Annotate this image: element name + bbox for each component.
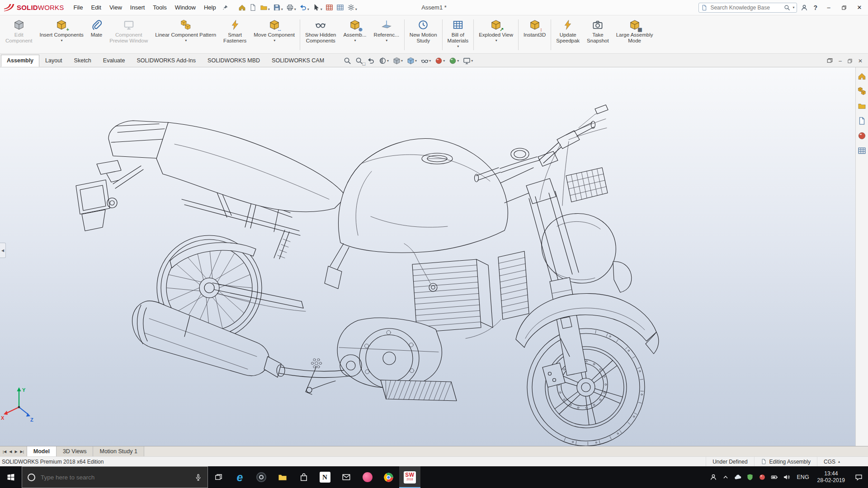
pin-menu-icon[interactable] — [222, 5, 228, 11]
zoom-to-fit-button[interactable] — [344, 57, 351, 65]
home-button[interactable] — [237, 3, 247, 12]
search-dropdown-icon[interactable]: ▾ — [793, 6, 794, 9]
open-button[interactable]: ▾ — [259, 3, 271, 12]
doc-tab-3d-views[interactable]: 3D Views — [57, 446, 94, 456]
linear-component-pattern-button[interactable]: Linear Component Pattern▾ — [151, 17, 220, 52]
undo-button[interactable]: ▾ — [298, 3, 310, 12]
doc-minimize-button[interactable]: – — [839, 58, 842, 64]
taskbar-chrome[interactable] — [378, 466, 399, 488]
tray-volume[interactable] — [781, 466, 793, 488]
update-speedpak-button[interactable]: UpdateSpeedpak — [552, 17, 583, 52]
start-button[interactable] — [0, 466, 22, 488]
view-settings-button[interactable]: ▾ — [463, 57, 473, 65]
tray-onedrive[interactable] — [732, 466, 744, 488]
help-icon[interactable]: ? — [811, 4, 819, 11]
taskbar-search-input[interactable] — [40, 474, 190, 481]
move-component-button[interactable]: ↔Move Component▾ — [250, 17, 298, 52]
bill-of-materials-button[interactable]: Bill ofMaterials▾ — [444, 17, 472, 52]
action-center-button[interactable] — [849, 466, 868, 488]
knowledge-base-search-input[interactable] — [709, 4, 782, 11]
menu-edit[interactable]: Edit — [87, 0, 105, 15]
zoom-to-area-button[interactable]: □ — [355, 57, 363, 65]
menu-view[interactable]: View — [105, 0, 126, 15]
scroll-last-icon[interactable]: ▶| — [19, 450, 25, 454]
tab-evaluate[interactable]: Evaluate — [97, 55, 131, 67]
solidworks-resources-button[interactable] — [857, 71, 867, 81]
doc-restore-button[interactable] — [847, 58, 853, 64]
taskbar-photos[interactable] — [357, 466, 378, 488]
section-view-button[interactable]: ▾ — [379, 57, 389, 65]
print-button[interactable]: ▾ — [285, 3, 297, 12]
menu-file[interactable]: File — [70, 0, 87, 15]
view-orientation-button[interactable]: ▾ — [393, 57, 403, 65]
mate-button[interactable]: Mate — [87, 17, 106, 52]
taskbar-clock[interactable]: 13:44 28-02-2019 — [813, 470, 849, 484]
apply-scene-button[interactable]: ▾ — [449, 57, 459, 65]
tab-solidworks-add-ins[interactable]: SOLIDWORKS Add-Ins — [131, 55, 202, 67]
pane-display-button[interactable] — [826, 57, 833, 64]
exploded-view-button[interactable]: ↗Exploded View▾ — [475, 17, 517, 52]
new-motion-study-button[interactable]: New MotionStudy — [406, 17, 441, 52]
taskbar-mail[interactable] — [335, 466, 357, 488]
minimize-button[interactable]: – — [823, 2, 835, 13]
units-selector[interactable]: CGS ▴ — [817, 457, 846, 466]
microphone-icon[interactable] — [194, 474, 202, 481]
custom-properties-button[interactable] — [857, 145, 867, 155]
previous-view-button[interactable] — [367, 57, 375, 65]
scroll-next-icon[interactable]: ▶ — [13, 450, 19, 454]
smart-fasteners-button[interactable]: SmartFasteners — [220, 17, 250, 52]
scroll-prev-icon[interactable]: ◀ — [8, 450, 13, 454]
featuremanager-flyout-arrow[interactable]: ◀ — [0, 243, 6, 258]
tray-battery[interactable] — [769, 466, 781, 488]
reference-geometry-button[interactable]: Referenc...▾ — [370, 17, 403, 52]
insert-components-button[interactable]: +Insert Components▾ — [36, 17, 87, 52]
close-button[interactable]: ✕ — [854, 2, 865, 13]
take-snapshot-button[interactable]: TakeSnapshot — [583, 17, 613, 52]
instant3d-button[interactable]: ↕Instant3D — [520, 17, 549, 52]
user-account-icon[interactable] — [801, 4, 808, 11]
taskbar-file-explorer[interactable] — [272, 466, 293, 488]
menu-insert[interactable]: Insert — [126, 0, 149, 15]
doc-tab-motion-study-1[interactable]: Motion Study 1 — [93, 446, 144, 456]
display-style-button[interactable]: ▾ — [407, 57, 417, 65]
save-button[interactable]: ▾ — [272, 3, 284, 12]
search-icon[interactable] — [784, 5, 790, 11]
hide-show-items-button[interactable]: ▾ — [421, 57, 431, 65]
edit-appearance-button[interactable]: ▾ — [435, 57, 445, 65]
tab-layout[interactable]: Layout — [39, 55, 68, 67]
taskbar-task-view[interactable] — [208, 466, 229, 488]
tab-solidworks-mbd[interactable]: SOLIDWORKS MBD — [202, 55, 266, 67]
taskbar-edge[interactable]: e — [229, 466, 250, 488]
design-library-button[interactable] — [857, 86, 867, 96]
large-assembly-mode-button[interactable]: ▦Large AssemblyMode — [613, 17, 657, 52]
doc-close-button[interactable]: ✕ — [858, 58, 863, 64]
show-hidden-components-button[interactable]: Show HiddenComponents — [302, 17, 340, 52]
tray-hidden-icons[interactable] — [720, 466, 732, 488]
file-properties-button[interactable] — [335, 3, 345, 12]
options-button[interactable]: ▾ — [346, 3, 358, 12]
file-explorer-pane-button[interactable] — [857, 101, 867, 111]
taskbar-notion[interactable]: N — [314, 466, 335, 488]
new-document-button[interactable] — [248, 3, 258, 12]
appearances-scenes-button[interactable] — [857, 131, 867, 141]
view-palette-button[interactable] — [857, 116, 867, 126]
menu-help[interactable]: Help — [200, 0, 220, 15]
taskbar-search[interactable] — [22, 466, 208, 488]
tray-security[interactable] — [744, 466, 756, 488]
xpress-products-button[interactable] — [325, 3, 334, 12]
language-indicator[interactable]: ENG — [793, 474, 813, 480]
assembly-features-button[interactable]: ⊕Assemb...▾ — [340, 17, 370, 52]
taskbar-camera[interactable] — [250, 466, 272, 488]
graphics-area[interactable]: Y X Z ◀ — [0, 67, 855, 446]
tab-sketch[interactable]: Sketch — [68, 55, 97, 67]
tab-assembly[interactable]: Assembly — [1, 55, 39, 67]
tray-alert[interactable] — [756, 466, 769, 488]
taskbar-solidworks[interactable]: SW2018 — [399, 466, 420, 488]
menu-tools[interactable]: Tools — [149, 0, 170, 15]
menu-window[interactable]: Window — [171, 0, 200, 15]
scroll-first-icon[interactable]: |◀ — [1, 450, 8, 454]
tray-people[interactable] — [708, 466, 720, 488]
tab-solidworks-cam[interactable]: SOLIDWORKS CAM — [266, 55, 330, 67]
doc-tab-model[interactable]: Model — [27, 446, 57, 456]
restore-button[interactable] — [838, 2, 850, 13]
